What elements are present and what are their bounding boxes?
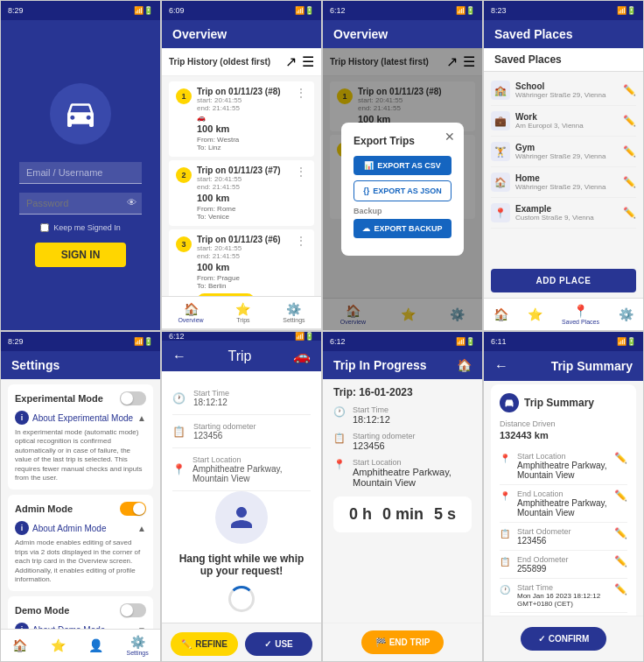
list-item[interactable]: 🏠 Home Währinger Straße 29, Vienna ✏️ [491,167,636,198]
use-button[interactable]: ✓ USE [245,632,312,656]
confirm-label: CONFIRM [549,634,590,644]
time-3: 6:12 [330,6,346,15]
new-trip-button[interactable]: NEW TRIP + [197,293,255,296]
refine-label: REFINE [195,639,228,649]
nav-item-overview-st[interactable]: 🏠 [12,638,27,652]
place-info: School Währinger Straße 29, Vienna [515,81,618,99]
home-icon[interactable]: 🏠 [457,358,472,372]
trip-dates: start: 20:41:55end: 21:41:55 [197,175,290,191]
field-left-eo: 📋 End Odometer 255899 [500,555,569,574]
email-field[interactable] [19,162,142,184]
summary-circle-icon [500,393,519,412]
trip-progress-date: Trip: 16-01-2023 [333,386,472,398]
admin-label: Admin Mode [15,504,73,514]
nav-item-overview-s[interactable]: 🏠 [494,307,508,321]
sign-in-button[interactable]: SIGN IN [35,243,127,267]
keep-signed-checkbox[interactable] [40,223,49,232]
add-place-button[interactable]: ADD PLACE [491,269,636,292]
saved-header-title: Saved Places [494,27,573,41]
edit-icon-st[interactable]: ✏️ [614,583,627,595]
experimental-toggle[interactable] [120,391,146,405]
location-icon: 📍 [172,463,186,475]
edit-icon[interactable]: ✏️ [623,207,636,219]
status-bar-3: 6:12 📶🔋 [323,1,482,20]
end-trip-button[interactable]: 🏁 END TRIP [361,630,444,654]
timer-secs: 5 s [434,505,456,524]
nav-overview-label: Overview [178,317,203,323]
trip-info: Trip on 01/11/23 (#8) start: 20:41:55end… [197,87,290,151]
overview-latest-cell: 6:12 📶🔋 Overview Trip History (latest fi… [322,0,483,331]
summary-card-title: Trip Summary [500,393,627,412]
admin-toggle[interactable] [120,502,146,516]
about-experimental-row[interactable]: i About Experimental Mode ▲ [15,411,146,425]
status-bar-6: 6:12 📶🔋 [162,332,321,341]
progress-start-time: 🕐 Start Time 18:12:12 [333,405,472,425]
nav-settings-label-st: Settings [126,650,148,656]
edit-icon-so[interactable]: ✏️ [614,527,627,539]
nav-item-trips-st[interactable]: ⭐ [51,638,66,652]
demo-label: Demo Mode [15,605,69,616]
time-7: 6:12 [330,337,346,346]
trip-loading-cell: 6:12 📶🔋 ← Trip 🚗 🕐 Start Time 18:12:12 📋… [161,331,322,662]
back-button[interactable]: ← [172,349,186,364]
odometer-icon-p: 📋 [333,433,346,444]
confirm-button[interactable]: ✓ CONFIRM [521,627,607,651]
share-icon[interactable]: ↗ [285,53,297,70]
nav-item-trips[interactable]: ⭐ Trips [235,302,250,323]
nav-item-settings[interactable]: ⚙️ Settings [283,302,304,323]
edit-icon[interactable]: ✏️ [623,176,636,188]
summary-card-label: Trip Summary [524,397,594,409]
place-info: Gym Währinger Straße 29, Vienna [515,143,618,160]
filter-icon[interactable]: ☰ [302,53,314,70]
list-item[interactable]: 3 Trip on 01/11/23 (#6) start: 20:41:55e… [169,229,314,296]
list-item[interactable]: 📍 Example Custom Straße 9, Vienna ✏️ [491,198,636,229]
nav-item-profile-st[interactable]: 👤 [88,638,103,652]
about-demo-row[interactable]: i About Demo Mode ▼ [15,623,146,629]
field-info: Start Location Amphitheatre Parkway, Mou… [517,452,614,480]
spinner [228,586,255,612]
list-item[interactable]: 💼 Work Am Europol 3, Vienna ✏️ [491,106,636,137]
nav-item-settings-s[interactable]: ⚙️ [619,307,634,321]
edit-icon[interactable]: ✏️ [623,84,636,96]
trip-menu-icon[interactable]: ⋮ [295,166,307,178]
refine-button[interactable]: ✏️ REFINE [171,632,238,656]
back-button-summary[interactable]: ← [494,358,508,374]
odometer-icon-so: 📋 [500,529,512,539]
progress-field-content: Start Time 18:12:12 [353,405,472,425]
demo-toggle[interactable] [120,603,146,617]
trip-menu-icon[interactable]: ⋮ [295,235,307,247]
car-summary-icon [504,398,514,408]
trip-menu-icon[interactable]: ⋮ [295,87,307,99]
location-label-p: Start Location [353,458,472,467]
nav-item-trips-s[interactable]: ⭐ [528,307,542,321]
export-backup-button[interactable]: ☁ EXPORT BACKUP [354,219,452,238]
edit-icon-eo[interactable]: ✏️ [614,555,627,567]
show-password-icon[interactable]: 👁 [127,197,136,208]
modal-overlay[interactable]: ✕ Export Trips 📊 EXPORT AS CSV {} EXPORT… [323,48,482,330]
list-item[interactable]: 2 Trip on 01/11/23 (#7) start: 20:41:55e… [169,160,314,226]
export-csv-button[interactable]: 📊 EXPORT AS CSV [354,156,452,175]
export-json-button[interactable]: {} EXPORT AS JSON [354,180,452,201]
nav-item-settings-st[interactable]: ⚙️ Settings [126,635,148,656]
list-item[interactable]: 🏋 Gym Währinger Straße 29, Vienna ✏️ [491,137,636,167]
edit-icon-el[interactable]: ✏️ [614,489,627,502]
field-label-st: Start Time [517,583,614,592]
export-backup-label: EXPORT BACKUP [374,224,442,233]
trip-route: From: WestraTo: Linz [197,136,290,151]
trip-load-header: ← Trip 🚗 [162,341,321,371]
close-icon[interactable]: ✕ [444,130,455,144]
list-item[interactable]: 🏫 School Währinger Straße 29, Vienna ✏️ [491,75,636,106]
trip-number: 1 [176,88,192,104]
list-item[interactable]: 1 Trip on 01/11/23 (#8) start: 20:41:55e… [169,81,314,157]
nav-item-overview[interactable]: 🏠 Overview [178,302,203,323]
nav-item-saved-s[interactable]: 📍 Saved Places [562,304,599,325]
edit-icon-sl[interactable]: ✏️ [614,452,627,464]
password-field[interactable] [19,193,142,215]
edit-icon[interactable]: ✏️ [623,115,636,127]
about-admin-row[interactable]: i About Admin Mode ▲ [15,521,146,535]
place-info: Work Am Europol 3, Vienna [515,112,618,130]
school-icon: 🏫 [491,81,510,100]
edit-icon[interactable]: ✏️ [623,145,636,158]
trip-load-title: Trip [228,349,252,364]
status-bar-5: 8:29 📶🔋 [1,332,160,351]
